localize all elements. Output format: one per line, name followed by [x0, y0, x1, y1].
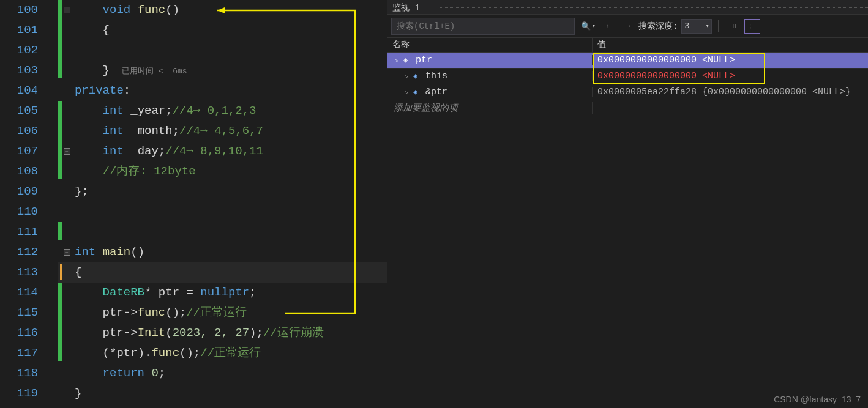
- watch-rows: ▷ ◈ ptr 0x0000000000000000 <NULL> ▷ ◈ th…: [387, 53, 868, 408]
- line-number: 112: [0, 242, 43, 262]
- line-number: 104: [0, 81, 43, 101]
- editor-pane: 100 101 102 103 104 105 106 107 108 109 …: [0, 0, 387, 408]
- code-line: };: [75, 182, 89, 202]
- code-line: void func(): [75, 0, 179, 20]
- line-number: 113: [0, 262, 43, 283]
- line-number: 107: [0, 141, 43, 161]
- code-line: {: [75, 262, 81, 283]
- code-line: int _month;//4→ 4,5,6,7: [75, 121, 263, 141]
- line-number: 102: [0, 40, 43, 61]
- variable-icon: ◈: [413, 72, 423, 81]
- columns-icon[interactable]: ⊞: [725, 19, 741, 34]
- expand-icon[interactable]: ▷: [402, 88, 411, 97]
- expand-icon[interactable]: ▷: [392, 56, 401, 65]
- change-indicator: [58, 283, 62, 361]
- line-number: 118: [0, 363, 43, 384]
- watch-toolbar: 🔍▾ ← → 搜索深度: 3▾ ⊞ ⬚: [387, 15, 868, 38]
- variable-icon: ◈: [403, 56, 413, 65]
- code-line: DateRB* ptr = nullptr;: [75, 283, 256, 303]
- watch-title[interactable]: 监视 1: [387, 0, 868, 15]
- prev-arrow-icon[interactable]: ←: [602, 19, 616, 34]
- line-number: 109: [0, 182, 43, 202]
- code-line: {: [75, 20, 110, 40]
- line-number: 110: [0, 202, 43, 222]
- fold-toggle[interactable]: −: [64, 148, 70, 155]
- separator: [718, 20, 719, 32]
- code-line: }已用时间 <= 6ms: [75, 61, 187, 81]
- expand-icon[interactable]: ▷: [402, 72, 411, 81]
- var-value: 0x0000005ea22ffa28 {0x0000000000000000 <…: [593, 87, 868, 97]
- var-name: this: [425, 71, 447, 81]
- code-line: return 0;: [75, 363, 165, 384]
- line-number: 119: [0, 384, 43, 404]
- hex-display-icon[interactable]: ⬚: [744, 19, 760, 34]
- line-number: 115: [0, 303, 43, 323]
- change-indicator: [58, 0, 62, 78]
- column-value[interactable]: 值: [593, 38, 868, 52]
- line-number: 108: [0, 161, 43, 182]
- code-line: ptr->func();//正常运行: [75, 303, 247, 323]
- watch-row[interactable]: ▷ ◈ ptr 0x0000000000000000 <NULL>: [387, 53, 868, 69]
- line-number: 106: [0, 121, 43, 141]
- code-line: private:: [75, 81, 130, 101]
- line-number: 111: [0, 222, 43, 242]
- depth-label: 搜索深度:: [638, 21, 678, 32]
- code-line: int main(): [75, 242, 144, 262]
- fold-toggle[interactable]: −: [64, 7, 70, 13]
- code-line: (*ptr).func();//正常运行: [75, 343, 261, 363]
- code-line: ptr->Init(2023, 2, 27);//运行崩溃: [75, 323, 324, 343]
- variable-icon: ◈: [413, 87, 423, 97]
- line-number: 100: [0, 0, 43, 20]
- code-line: int _day;//4→ 8,9,10,11: [75, 141, 263, 161]
- line-number: 117: [0, 343, 43, 363]
- watch-panel: 监视 1 🔍▾ ← → 搜索深度: 3▾ ⊞ ⬚ 名称 值 ▷ ◈ ptr 0x…: [387, 0, 868, 408]
- fold-toggle[interactable]: −: [64, 249, 70, 256]
- var-name: ptr: [416, 55, 432, 65]
- code-line: //内存: 12byte: [75, 161, 196, 182]
- watch-row[interactable]: ▷ ◈ this 0x0000000000000000 <NULL>: [387, 69, 868, 84]
- add-watch-row[interactable]: 添加要监视的项: [387, 100, 868, 116]
- line-number: 114: [0, 283, 43, 303]
- add-item-label: 添加要监视的项: [387, 102, 593, 114]
- change-indicator: [58, 222, 62, 240]
- gutter: 100 101 102 103 104 105 106 107 108 109 …: [0, 0, 58, 408]
- perf-hint: 已用时间 <= 6ms: [110, 67, 187, 76]
- column-name[interactable]: 名称: [387, 38, 593, 52]
- search-input[interactable]: [391, 18, 575, 35]
- var-value: 0x0000000000000000 <NULL>: [593, 71, 868, 81]
- code-area[interactable]: void func() { }已用时间 <= 6ms private: int …: [75, 0, 387, 408]
- watch-table-header: 名称 值: [387, 38, 868, 53]
- watch-row[interactable]: ▷ ◈ &ptr 0x0000005ea22ffa28 {0x000000000…: [387, 84, 868, 100]
- next-arrow-icon[interactable]: →: [620, 19, 635, 34]
- search-dropdown[interactable]: 🔍▾: [578, 18, 598, 34]
- watermark: CSDN @fantasy_13_7: [774, 395, 861, 404]
- code-line: int _year;//4→ 0,1,2,3: [75, 101, 256, 121]
- var-value: 0x0000000000000000 <NULL>: [593, 55, 868, 65]
- line-number: 101: [0, 20, 43, 40]
- code-line: }: [75, 384, 81, 404]
- depth-select[interactable]: 3▾: [681, 19, 712, 34]
- change-indicator: [58, 101, 62, 179]
- line-number: 105: [0, 101, 43, 121]
- var-name: &ptr: [425, 87, 447, 97]
- execution-cursor: [60, 264, 62, 280]
- line-number: 103: [0, 61, 43, 81]
- line-number: 116: [0, 323, 43, 343]
